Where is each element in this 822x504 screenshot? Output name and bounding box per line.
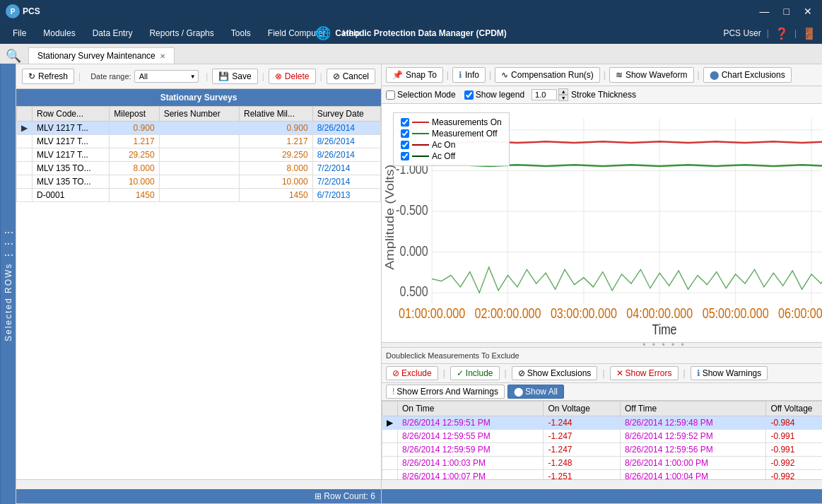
col-off-time[interactable]: Off Time xyxy=(620,402,765,416)
menu-reports-graphs[interactable]: Reports / Graphs xyxy=(142,25,221,41)
tab-stationary-survey[interactable]: Stationary Survey Maintenance ✕ xyxy=(28,47,175,64)
table-row[interactable]: MLV 1217 T... 29.250 29.250 8/26/2014 xyxy=(17,148,381,162)
menu-modules[interactable]: Modules xyxy=(36,25,82,41)
show-exclusions-button[interactable]: ⊘ Show Exclusions xyxy=(512,366,598,380)
info-button[interactable]: ℹ Info xyxy=(452,67,486,83)
on-time-cell: 8/26/2014 12:59:51 PM xyxy=(398,416,544,430)
stroke-label: Stroke Thickness xyxy=(571,90,636,100)
table-row[interactable]: 8/26/2014 1:00:03 PM -1.248 8/26/2014 1:… xyxy=(382,457,823,470)
row-indicator xyxy=(17,162,33,175)
row-code-cell: MLV 1217 T... xyxy=(33,122,110,135)
row-indicator xyxy=(17,175,33,189)
stroke-thickness-input[interactable] xyxy=(532,89,557,100)
col-milepost[interactable]: Milepost xyxy=(110,107,159,122)
left-panel: ↻ Refresh | Date range: All Last 30 days… xyxy=(16,64,382,504)
table-row[interactable]: ▶ 8/26/2014 12:59:51 PM -1.244 8/26/2014… xyxy=(382,416,823,430)
table-row[interactable]: 8/26/2014 12:59:59 PM -1.247 8/26/2014 1… xyxy=(382,443,823,457)
show-legend-checkbox[interactable] xyxy=(464,90,474,100)
save-button[interactable]: 💾 Save xyxy=(212,69,257,84)
show-errors-button[interactable]: ✕ Show Errors xyxy=(610,366,679,380)
col-off-voltage[interactable]: Off Voltage xyxy=(766,402,822,416)
chart-exclusions-button[interactable]: ⬤ Chart Exclusions xyxy=(703,67,792,83)
legend-measurements-on-checkbox[interactable] xyxy=(401,118,409,127)
relative-cell: 1.217 xyxy=(240,135,313,148)
menu-data-entry[interactable]: Data Entry xyxy=(86,25,140,41)
col-series-number[interactable]: Series Number xyxy=(159,107,239,122)
col-on-time[interactable]: On Time xyxy=(398,402,544,416)
tab-close-button[interactable]: ✕ xyxy=(160,52,165,60)
selection-mode-checkbox-label[interactable]: Selection Mode xyxy=(386,90,456,100)
selection-mode-checkbox[interactable] xyxy=(386,90,395,100)
date-range-wrapper: All Last 30 days Last 90 days xyxy=(134,70,199,83)
refresh-button[interactable]: ↻ Refresh xyxy=(22,69,74,84)
off-voltage-cell: -0.984 xyxy=(766,416,822,430)
search-icon[interactable]: 🔍 xyxy=(6,48,21,64)
col-on-voltage[interactable]: On Voltage xyxy=(544,402,620,416)
col-indicator xyxy=(382,402,398,416)
stroke-down-button[interactable]: ▼ xyxy=(558,95,568,101)
app-logo: P PCS xyxy=(6,4,40,18)
on-time-cell: 8/26/2014 1:00:03 PM xyxy=(398,457,544,470)
svg-text:04:00:00.000: 04:00:00.000 xyxy=(626,306,693,322)
table-row[interactable]: MLV 135 TO... 10.000 10.000 7/2/2014 xyxy=(17,175,381,189)
svg-text:-0.500: -0.500 xyxy=(396,202,428,218)
stroke-up-button[interactable]: ▲ xyxy=(558,88,568,95)
graph-options-bar: Selection Mode Show legend ▲ ▼ Stroke Th… xyxy=(382,86,822,104)
row-code-cell: MLV 135 TO... xyxy=(33,162,110,175)
snap-to-button[interactable]: 📌 📌 Snap To Snap To xyxy=(386,67,443,83)
series-cell xyxy=(159,148,239,162)
svg-text:03:00:00.000: 03:00:00.000 xyxy=(551,306,617,322)
date-range-select[interactable]: All Last 30 days Last 90 days xyxy=(134,70,199,83)
compensation-button[interactable]: ∿ Compensation Run(s) xyxy=(495,67,600,83)
row-code-cell: MLV 135 TO... xyxy=(33,175,110,189)
relative-cell: 0.900 xyxy=(240,122,313,135)
bottom-horizontal-scrollbar[interactable] xyxy=(382,479,822,489)
row-indicator: ▶ xyxy=(382,416,398,430)
col-row-code[interactable]: Row Code... xyxy=(33,107,110,122)
svg-text:Amplitude (Volts): Amplitude (Volts) xyxy=(384,165,397,270)
delete-icon: ⊗ xyxy=(275,71,282,81)
legend-ac-off-checkbox[interactable] xyxy=(401,152,409,160)
show-waveform-button[interactable]: ≋ Show Waveform xyxy=(609,67,694,83)
table-row[interactable]: D-0001 1450 1450 6/7/2013 xyxy=(17,189,381,202)
svg-text:0.000: 0.000 xyxy=(399,243,428,259)
include-button[interactable]: ✓ Include xyxy=(450,366,500,380)
maximize-button[interactable]: □ xyxy=(780,4,794,18)
show-err-warn-icon: ! xyxy=(392,387,394,397)
bottom-table-wrapper[interactable]: On Time On Voltage Off Time Off Voltage … xyxy=(382,401,822,479)
show-legend-checkbox-label[interactable]: Show legend xyxy=(464,90,524,100)
delete-button[interactable]: ⊗ Delete xyxy=(269,69,316,84)
menu-tools[interactable]: Tools xyxy=(224,25,258,41)
off-time-cell: 8/26/2014 1:00:00 PM xyxy=(620,457,765,470)
table-row[interactable]: ▶ MLV 1217 T... 0.900 0.900 8/26/2014 xyxy=(17,122,381,135)
col-survey-date[interactable]: Survey Date xyxy=(312,107,380,122)
table-row[interactable]: MLV 135 TO... 8.000 8.000 7/2/2014 xyxy=(17,162,381,175)
legend-ac-on: Ac On xyxy=(401,140,502,150)
chart-divider[interactable]: • • • • • xyxy=(382,342,822,348)
legend-measurement-off-line xyxy=(412,133,429,134)
cancel-button[interactable]: ⊘ Cancel xyxy=(327,69,375,84)
exclude-button[interactable]: ⊘ Exclude xyxy=(386,366,438,380)
show-excl-icon: ⊘ xyxy=(518,368,525,378)
table-row[interactable]: 8/26/2014 12:59:55 PM -1.247 8/26/2014 1… xyxy=(382,430,823,443)
show-errors-warnings-button[interactable]: ! Show Errors And Warnings xyxy=(386,385,505,399)
close-button[interactable]: ✕ xyxy=(799,4,816,18)
off-voltage-cell: -0.992 xyxy=(766,457,822,470)
left-horizontal-scrollbar[interactable] xyxy=(16,479,381,489)
table-row[interactable]: MLV 1217 T... 1.217 1.217 8/26/2014 xyxy=(17,135,381,148)
legend-measurement-off-checkbox[interactable] xyxy=(401,129,409,138)
on-voltage-cell: -1.251 xyxy=(544,470,620,480)
menu-file[interactable]: File xyxy=(6,25,33,41)
col-relative-mil[interactable]: Relative Mil... xyxy=(240,107,313,122)
bottom-row-count: ⊞ Row Count: 5194 xyxy=(382,489,822,503)
help-icon[interactable]: ❓ xyxy=(775,27,789,40)
legend-ac-on-checkbox[interactable] xyxy=(401,141,409,149)
table-row[interactable]: 8/26/2014 1:00:07 PM -1.251 8/26/2014 1:… xyxy=(382,470,823,480)
show-all-button[interactable]: ⬤ Show All xyxy=(507,385,564,399)
logout-icon[interactable]: 🚪 xyxy=(802,27,816,40)
left-table-wrapper[interactable]: Row Code... Milepost Series Number Relat… xyxy=(16,106,381,479)
show-warnings-button[interactable]: ℹ Show Warnings xyxy=(691,366,768,380)
exclude-icon: ⊘ xyxy=(392,368,399,378)
legend-measurements-on: Measurements On xyxy=(401,117,502,127)
minimize-button[interactable]: — xyxy=(756,4,774,18)
